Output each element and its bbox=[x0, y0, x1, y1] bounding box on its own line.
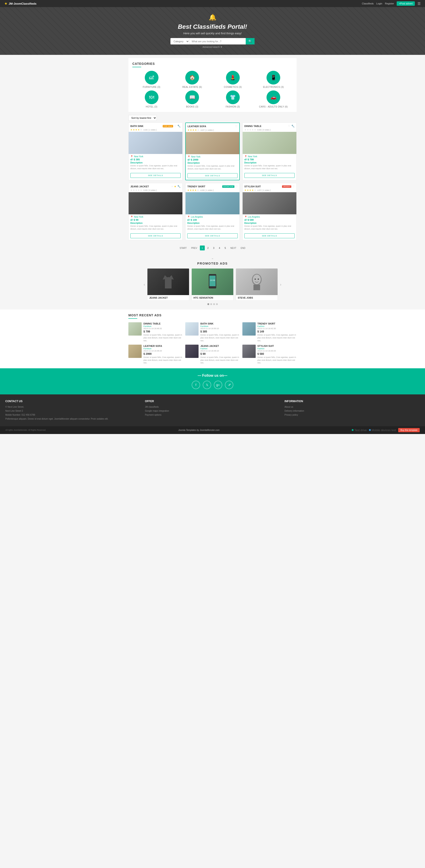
votes-text: 4.67 ( 1 votes ) bbox=[201, 129, 214, 131]
carousel-next-button[interactable]: › bbox=[278, 282, 284, 287]
post-advert-button[interactable]: +Post advert bbox=[397, 1, 415, 6]
dot-2[interactable] bbox=[210, 303, 212, 305]
gender-icon: ♀ bbox=[171, 185, 173, 188]
recent-item-jeans[interactable]: JEANS JACKET Fashion 2013-11-14 16:46:10… bbox=[185, 345, 239, 364]
sort-select[interactable]: Sort by lowest first bbox=[129, 115, 157, 121]
nav-register[interactable]: Register bbox=[385, 2, 394, 5]
search-bar: Category 🔍 bbox=[170, 38, 255, 44]
advanced-search-link[interactable]: Advanced search ▼ bbox=[202, 46, 223, 48]
promoted-item-jeans-jacket[interactable]: JEANS JACKET bbox=[147, 268, 189, 301]
test-drive-item: Test drive bbox=[352, 429, 367, 432]
ad-card-dining-table[interactable]: DINING TABLE ♡ 🔧 ★ ★ ★ ★ ★ 0.00 ( 0 vote… bbox=[243, 123, 296, 180]
recent-item-dining[interactable]: DINING TABLE Furniture 2013-11-14 16:46:… bbox=[129, 322, 182, 342]
star-icon: ★ bbox=[4, 2, 7, 5]
wishlist-icon[interactable]: ♡ bbox=[174, 125, 176, 128]
nav-classifieds[interactable]: Classifieds bbox=[362, 2, 374, 5]
search-category-select[interactable]: Category bbox=[170, 38, 190, 44]
hamburger-icon[interactable]: ☰ bbox=[418, 2, 421, 6]
footer-offer-link-0[interactable]: JM classifieds bbox=[145, 405, 280, 409]
recent-item-trendy[interactable]: TRENDY SKIRT Fashion 2013-11-14 16:42:30… bbox=[243, 322, 296, 342]
ad-card-leather-sofa[interactable]: LEATHER SOFA ♡ ★ ★ ★ ★ ★ 4.67 ( 1 votes … bbox=[185, 123, 239, 180]
ad-info: 📍 New York 🏷 $ 385 Description Donec ut … bbox=[129, 154, 182, 171]
recent-price: $ 149 bbox=[257, 330, 296, 333]
see-details-button-trendy-skirt[interactable]: SEE DETAILS bbox=[187, 234, 237, 238]
category-electronics[interactable]: 📱 ELECTRONICS (3) bbox=[254, 71, 293, 88]
ad-badges: SHOWCASE ♡ bbox=[222, 185, 238, 188]
footer-contact-title: CONTACT US bbox=[5, 400, 141, 403]
star-2: ★ bbox=[133, 128, 135, 131]
category-fashion[interactable]: 👕 FASHION (3) bbox=[214, 90, 252, 108]
see-details-button-leather-sofa[interactable]: SEE DETAILS bbox=[188, 173, 237, 178]
carousel-prev-button[interactable]: ‹ bbox=[141, 282, 147, 287]
promoted-section: PROMOTED ADS ‹ JEANS JACKET 10:08 HTC SE… bbox=[0, 254, 425, 309]
category-cars[interactable]: 🚗 CARS - ADULTS ONLY (6) bbox=[254, 90, 293, 108]
twitter-icon[interactable]: 𝕏 bbox=[203, 381, 211, 389]
promoted-items: JEANS JACKET 10:08 HTC SENSATION STEVE J… bbox=[147, 268, 278, 301]
star-4: ★ bbox=[252, 128, 254, 131]
recent-img-dining bbox=[129, 322, 142, 336]
wishlist-icon[interactable]: ♡ bbox=[235, 125, 237, 128]
furniture-icon: 🛋 bbox=[145, 71, 159, 85]
page-1-button[interactable]: 1 bbox=[200, 246, 205, 250]
page-2-button[interactable]: 2 bbox=[206, 246, 210, 250]
dot-4[interactable] bbox=[216, 303, 218, 305]
see-details-button-dining-table[interactable]: SEE DETAILS bbox=[244, 173, 294, 178]
footer-offer-link-1[interactable]: Google maps integration bbox=[145, 409, 280, 413]
recent-info: DINING TABLE Furniture 2013-11-14 16:46:… bbox=[143, 322, 182, 342]
footer-info-link-0[interactable]: About us bbox=[284, 405, 420, 409]
recent-price: $ 2999 bbox=[143, 352, 182, 355]
promoted-item-htc[interactable]: 10:08 HTC SENSATION bbox=[192, 268, 233, 301]
recent-item-stylish[interactable]: STYLISH SUIT Fashion 2013-11-14 16:40:33… bbox=[243, 345, 296, 364]
wrench-icon[interactable]: 🔧 bbox=[177, 185, 181, 188]
star-2: ★ bbox=[247, 189, 249, 191]
pin-icon: 📍 bbox=[131, 155, 133, 158]
wishlist-icon[interactable]: ♡ bbox=[288, 125, 290, 128]
category-books[interactable]: 📖 BOOKS (3) bbox=[173, 90, 211, 108]
footer-info-link-1[interactable]: Delivery information bbox=[284, 409, 420, 413]
see-details-button-jeans-jacket[interactable]: SEE DETAILS bbox=[131, 234, 181, 238]
page-start-button[interactable]: START bbox=[178, 246, 189, 250]
dot-3[interactable] bbox=[213, 303, 215, 305]
page-5-button[interactable]: 5 bbox=[223, 246, 228, 250]
recent-item-title: TRENDY SKIRT bbox=[257, 322, 296, 325]
svg-text:10:08: 10:08 bbox=[210, 279, 215, 281]
footer-offer-link-2[interactable]: Payment options bbox=[145, 413, 280, 417]
search-input[interactable] bbox=[190, 38, 246, 44]
wishlist-icon[interactable]: ★ bbox=[174, 185, 176, 188]
see-details-button-bath-sink[interactable]: SEE DETAILS bbox=[131, 173, 181, 178]
ad-stars: ★ ★ ★ ★ ★ 4.67 ( 1 votes ) bbox=[186, 129, 239, 132]
ad-desc-label: Description bbox=[244, 161, 294, 164]
footer-info-link-2[interactable]: Privacy policy bbox=[284, 413, 420, 417]
category-cosmetics[interactable]: 💄 COSMETICS (3) bbox=[214, 71, 252, 88]
page-next-button[interactable]: NEXT bbox=[229, 246, 238, 250]
buy-template-button[interactable]: Buy this template bbox=[398, 428, 420, 432]
ad-card-stylish-suit[interactable]: STYLISH SUIT URGENT ♡ ★ ★ ★ ★ ★ 4.57 ( 1… bbox=[243, 183, 296, 240]
nav-login[interactable]: Login bbox=[376, 2, 382, 5]
category-hotel[interactable]: 🍽 HOTEL (3) bbox=[132, 90, 171, 108]
wrench-icon[interactable]: 🔧 bbox=[177, 125, 181, 128]
facebook-icon[interactable]: f bbox=[192, 381, 200, 389]
cars-label: CARS - ADULTS ONLY (6) bbox=[259, 105, 288, 108]
page-3-button[interactable]: 3 bbox=[211, 246, 216, 250]
page-end-button[interactable]: END bbox=[239, 246, 247, 250]
category-realestate[interactable]: 🏠 REAL ESTATE (6) bbox=[173, 71, 211, 88]
googleplus-icon[interactable]: g+ bbox=[214, 381, 222, 389]
page-4-button[interactable]: 4 bbox=[217, 246, 222, 250]
wishlist-icon[interactable]: ♡ bbox=[235, 185, 238, 188]
recent-item-bath[interactable]: BATH SINK Furniture 2013-11-14 16:50:10 … bbox=[185, 322, 239, 342]
promoted-item-steve-jobs[interactable]: STEVE JOBS bbox=[236, 268, 278, 301]
search-button[interactable]: 🔍 bbox=[246, 38, 255, 44]
see-details-button-stylish-suit[interactable]: SEE DETAILS bbox=[244, 234, 294, 238]
dot-1[interactable] bbox=[207, 303, 209, 305]
page-prev-button[interactable]: PREV bbox=[189, 246, 199, 250]
wrench-icon[interactable]: 🔧 bbox=[291, 125, 294, 128]
ad-card-jeans-jacket[interactable]: JEANS JACKET ♀ ★ 🔧 ★ ★ ★ ★ ★ 0.00 ( 0 vo… bbox=[129, 183, 182, 240]
wishlist-icon[interactable]: ♡ bbox=[292, 185, 294, 188]
test-drive-label: Test drive bbox=[355, 429, 367, 432]
brand-name: JM-JoomClassifieds bbox=[9, 2, 36, 5]
ad-card-trendy-skirt[interactable]: TRENDY SKIRT SHOWCASE ♡ ★ ★ ★ ★ ★ 4.00 (… bbox=[185, 183, 239, 240]
ad-card-bath-sink[interactable]: BATH SINK FOR SALE ♡ 🔧 ★ ★ ★ ★ ★ 4.00 ( … bbox=[129, 123, 182, 180]
category-furniture[interactable]: 🛋 FURNITURE (3) bbox=[132, 71, 171, 88]
pinterest-icon[interactable]: 𝒫 bbox=[225, 381, 233, 389]
recent-item-leather[interactable]: LEATHER SOFA Furniture 2013-11-14 16:48:… bbox=[129, 345, 182, 364]
